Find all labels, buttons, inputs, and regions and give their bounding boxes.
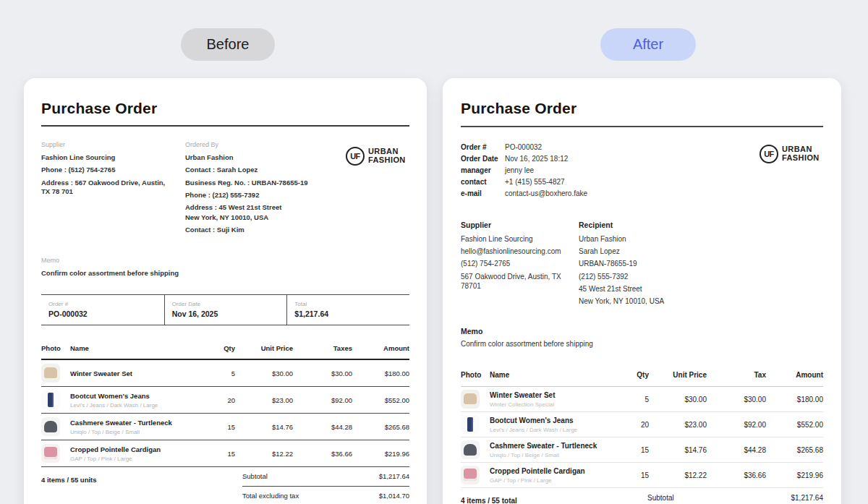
page-title: Purchase Order [41,100,409,117]
table-row: Cropped Pointelle Cardigan GAP / Top / P… [41,440,409,467]
item-tax: $92.00 [293,387,352,414]
col-photo: Photo [461,371,490,387]
supplier-block: Supplier Fashion Line Sourcing Phone : (… [41,141,168,238]
before-toggle-pill[interactable]: Before [181,28,275,61]
item-unit-price: $23.00 [235,387,293,414]
ordered-by-business-reg: Business Reg. No. : URBAN-78655-19 [185,179,346,187]
after-document-card: Purchase Order Order # PO-000032 Order D… [443,78,841,504]
ordered-by-address-line2: New York, NY 10010, USA [185,213,346,222]
ordered-by-phone: Phone : (212) 555-7392 [185,191,346,200]
item-name: Cashmere Sweater - Turtleneck [490,442,613,450]
supplier-phone: Phone : (512) 754-2765 [41,166,168,174]
item-name: Cropped Pointelle Cardigan [490,467,613,475]
meta-row-manager: manager jenny lee [461,166,760,174]
before-document-card: Purchase Order Supplier Fashion Line Sou… [24,78,427,504]
summary-value: $1,217.64 [791,494,824,502]
ordered-by-block: Ordered By Urban Fashion Contact : Sarah… [185,141,346,238]
summary-box: Subtotal $1,217.64 Total excluding tax $… [647,488,823,504]
product-photo [461,440,480,459]
order-meta-section: Order # PO-000032 Order Date Nov 16, 202… [461,143,823,201]
order-number-value: PO-000032 [48,309,157,318]
summary-box: Subtotal $1,217.64 Total excluding tax $… [242,467,409,504]
item-unit-price: $14.76 [235,414,293,440]
table-row: Cashmere Sweater - Turtleneck Uniqlo / T… [461,437,823,463]
item-tax: $30.00 [293,359,352,387]
meta-value: Nov 16, 2025 18:12 [505,155,568,163]
parties-section: Supplier Fashion Line Sourcing hello@fas… [461,221,823,309]
memo-section: Memo Confirm color assortment before shi… [41,257,409,277]
item-amount: $265.68 [766,437,823,463]
order-total-label: Total [294,301,402,307]
item-unit-price: $14.76 [649,437,707,463]
recipient-contact: Sarah Lopez [579,247,738,256]
supplier-address: Address : 567 Oakwood Drive, Austin, TX … [41,179,168,197]
item-name: Cashmere Sweater - Turtleneck [70,419,199,427]
summary-section: 4 items / 55 units Subtotal $1,217.64 To… [41,467,409,504]
item-qty: 15 [613,463,649,488]
summary-label: Subtotal [242,472,268,480]
item-subtitle: Levi's / Jeans / Dark Wash / Large [490,427,613,433]
after-toggle-pill[interactable]: After [600,28,696,61]
items-count: 4 items / 55 total [461,488,647,504]
col-photo: Photo [41,344,70,359]
meta-value: PO-000032 [505,143,542,151]
logo-line2: FASHION [782,154,820,163]
memo-section: Memo Confirm color assortment before shi… [461,327,823,348]
order-number-cell: Order # PO-000032 [41,295,164,325]
col-amount: Amount [352,344,409,359]
logo-monogram-icon: UF [760,145,778,163]
memo-text: Confirm color assortment before shipping [461,340,823,348]
order-date-label: Order Date [172,301,280,307]
order-info-box: Order # PO-000032 Order Date Nov 16, 202… [41,294,409,325]
col-tax: Tax [707,371,766,387]
memo-label: Memo [41,257,409,264]
col-name: Name [490,371,613,387]
item-amount: $552.00 [766,412,823,437]
item-subtitle: GAP / Top / Pink / Large [70,456,199,462]
recipient-address-line2: New York, NY 10010, USA [579,296,738,306]
line-items-table: Photo Name Qty Unit Price Taxes Amount W… [41,344,409,467]
item-tax: $30.00 [707,387,766,412]
product-photo [461,415,480,434]
item-qty: 20 [613,412,649,437]
item-tax: $36.66 [293,440,352,467]
item-amount: $180.00 [352,359,409,387]
item-qty: 15 [199,440,235,467]
item-name: Bootcut Women's Jeans [490,417,613,424]
summary-row-subtotal: Subtotal $1,217.64 [647,488,823,504]
item-qty: 15 [199,414,235,440]
product-photo [41,444,60,463]
ordered-by-address-line1: Address : 45 West 21st Street [185,203,346,212]
meta-label: Order # [461,143,505,151]
item-subtitle: Uniqlo / Top / Beige / Small [490,452,613,458]
ordered-by-contact2: Contact : Suji Kim [185,226,346,234]
item-name: Bootcut Women's Jeans [70,392,199,400]
ordered-by-label: Ordered By [185,141,346,148]
table-header-row: Photo Name Qty Unit Price Taxes Amount [41,344,409,359]
table-row: Cropped Pointelle Cardigan GAP / Top / P… [461,463,823,488]
item-amount: $219.96 [352,440,409,467]
order-number-label: Order # [48,301,157,307]
recipient-business-reg: URBAN-78655-19 [579,259,738,268]
order-total-value: $1,217.64 [294,309,402,318]
memo-label: Memo [461,327,823,336]
supplier-email: hello@fashionlinesourcing.com [461,247,569,256]
meta-row-contact: contact +1 (415) 555-4827 [461,178,760,186]
item-subtitle: GAP / Top / Pink / Large [490,477,613,484]
item-tax: $44.28 [293,414,352,440]
table-row: Cashmere Sweater - Turtleneck Uniqlo / T… [41,414,409,440]
item-name: Winter Sweater Set [490,391,613,399]
supplier-name: Fashion Line Sourcing [461,234,569,244]
company-logo: UF URBAN FASHION [760,143,823,201]
recipient-address-line1: 45 West 21st Street [579,284,738,294]
company-logo: UF URBAN FASHION [346,141,409,238]
item-tax: $92.00 [707,412,766,437]
item-subtitle: Uniqlo / Top / Beige / Small [70,429,199,435]
items-count: 4 items / 55 units [41,467,242,504]
table-header-row: Photo Name Qty Unit Price Tax Amount [461,371,823,387]
logo-line2: FASHION [368,156,406,165]
col-qty: Qty [613,371,649,387]
ordered-by-contact: Contact : Sarah Lopez [185,166,346,174]
product-photo [41,364,60,383]
item-subtitle: Levi's / Jeans / Dark Wash / Large [70,402,199,409]
